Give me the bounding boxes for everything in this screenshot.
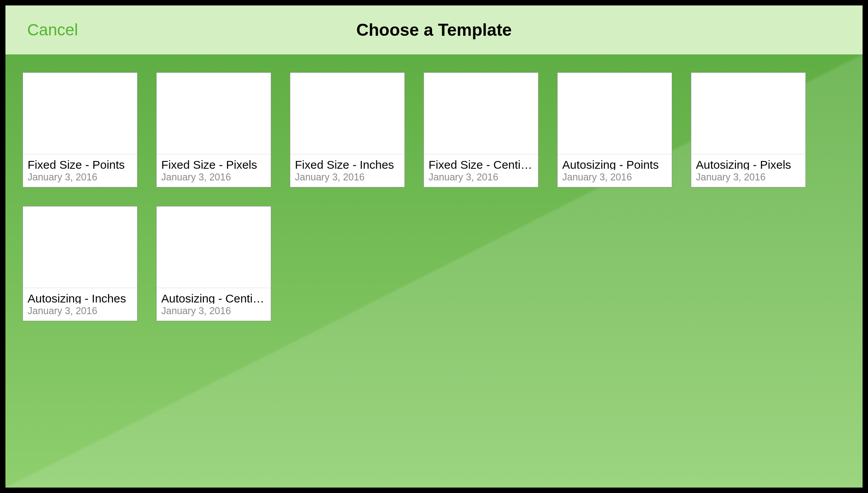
template-footer: Fixed Size - Centimeters January 3, 2016: [424, 154, 538, 187]
template-grid: Fixed Size - Points January 3, 2016 Fixe…: [23, 72, 845, 321]
template-date: January 3, 2016: [429, 171, 533, 184]
template-title: Autosizing - Pixels: [696, 157, 801, 170]
template-preview: [157, 73, 271, 154]
template-preview: [691, 73, 805, 154]
template-card[interactable]: Fixed Size - Centimeters January 3, 2016: [424, 72, 539, 187]
template-preview: [23, 206, 137, 288]
template-title: Autosizing - Centimeters: [161, 291, 266, 304]
page-title: Choose a Template: [5, 20, 863, 40]
template-card[interactable]: Fixed Size - Pixels January 3, 2016: [156, 72, 271, 187]
template-footer: Autosizing - Inches January 3, 2016: [23, 288, 137, 321]
template-date: January 3, 2016: [562, 171, 667, 184]
template-footer: Fixed Size - Points January 3, 2016: [23, 154, 137, 187]
template-date: January 3, 2016: [696, 171, 801, 184]
template-card[interactable]: Autosizing - Pixels January 3, 2016: [691, 72, 806, 187]
template-footer: Autosizing - Points January 3, 2016: [558, 154, 672, 187]
template-title: Fixed Size - Points: [28, 157, 132, 170]
template-footer: Autosizing - Centimeters January 3, 2016: [157, 288, 271, 321]
header-bar: Cancel Choose a Template: [5, 5, 863, 54]
template-preview: [558, 73, 672, 154]
template-chooser-window: Cancel Choose a Template Fixed Size - Po…: [5, 5, 863, 488]
template-title: Fixed Size - Pixels: [161, 157, 266, 170]
template-title: Fixed Size - Inches: [295, 157, 400, 170]
template-title: Fixed Size - Centimeters: [429, 157, 533, 170]
template-title: Autosizing - Inches: [28, 291, 132, 304]
template-preview: [290, 73, 404, 154]
template-card[interactable]: Autosizing - Centimeters January 3, 2016: [156, 206, 271, 321]
cancel-button[interactable]: Cancel: [27, 21, 78, 39]
template-preview: [157, 206, 271, 288]
app-frame: Cancel Choose a Template Fixed Size - Po…: [0, 0, 868, 493]
template-preview: [424, 73, 538, 154]
template-card[interactable]: Fixed Size - Points January 3, 2016: [23, 72, 138, 187]
template-card[interactable]: Autosizing - Points January 3, 2016: [557, 72, 672, 187]
template-footer: Fixed Size - Pixels January 3, 2016: [157, 154, 271, 187]
content-area: Fixed Size - Points January 3, 2016 Fixe…: [5, 54, 863, 488]
template-footer: Autosizing - Pixels January 3, 2016: [691, 154, 805, 187]
template-card[interactable]: Autosizing - Inches January 3, 2016: [23, 206, 138, 321]
template-preview: [23, 73, 137, 154]
template-footer: Fixed Size - Inches January 3, 2016: [290, 154, 404, 187]
template-date: January 3, 2016: [161, 171, 266, 184]
template-card[interactable]: Fixed Size - Inches January 3, 2016: [290, 72, 405, 187]
template-date: January 3, 2016: [28, 171, 132, 184]
template-title: Autosizing - Points: [562, 157, 667, 170]
template-date: January 3, 2016: [28, 304, 132, 317]
template-date: January 3, 2016: [295, 171, 400, 184]
template-date: January 3, 2016: [161, 304, 266, 317]
